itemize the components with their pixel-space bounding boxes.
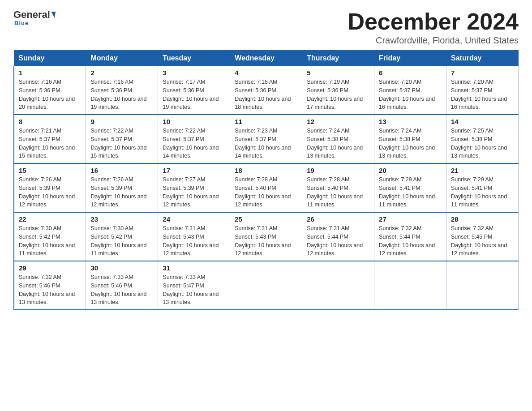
page-header: General Blue December 2024 Crawfordville… [13,9,519,46]
day-number: 18 [235,167,297,174]
calendar-cell: 5Sunrise: 7:19 AMSunset: 5:36 PMDaylight… [302,66,374,115]
day-info: Sunrise: 7:18 AMSunset: 5:36 PMDaylight:… [235,78,297,111]
day-info: Sunrise: 7:29 AMSunset: 5:41 PMDaylight:… [379,176,442,209]
calendar-cell: 2Sunrise: 7:16 AMSunset: 5:36 PMDaylight… [86,66,158,115]
calendar-week-row: 1Sunrise: 7:16 AMSunset: 5:36 PMDaylight… [14,66,519,115]
day-info: Sunrise: 7:19 AMSunset: 5:36 PMDaylight:… [307,78,369,111]
day-number: 31 [163,264,225,272]
calendar-cell: 21Sunrise: 7:29 AMSunset: 5:41 PMDayligh… [446,163,519,212]
day-info: Sunrise: 7:28 AMSunset: 5:40 PMDaylight:… [307,176,369,209]
day-info: Sunrise: 7:26 AMSunset: 5:39 PMDaylight:… [19,176,81,209]
day-number: 13 [379,118,442,125]
calendar-cell [302,261,374,310]
weekday-header-sunday: Sunday [14,51,86,66]
day-info: Sunrise: 7:25 AMSunset: 5:38 PMDaylight:… [451,127,514,160]
day-number: 24 [163,215,225,223]
day-number: 21 [451,167,514,174]
weekday-header-monday: Monday [86,51,158,66]
calendar-cell: 1Sunrise: 7:16 AMSunset: 5:36 PMDaylight… [14,66,86,115]
day-number: 27 [379,215,442,223]
calendar-cell: 23Sunrise: 7:30 AMSunset: 5:42 PMDayligh… [86,212,158,261]
calendar-cell: 22Sunrise: 7:30 AMSunset: 5:42 PMDayligh… [14,212,86,261]
day-info: Sunrise: 7:32 AMSunset: 5:44 PMDaylight:… [379,224,442,258]
calendar-week-row: 15Sunrise: 7:26 AMSunset: 5:39 PMDayligh… [14,163,519,212]
calendar-cell: 7Sunrise: 7:20 AMSunset: 5:37 PMDaylight… [446,66,519,115]
calendar-cell: 26Sunrise: 7:31 AMSunset: 5:44 PMDayligh… [302,212,374,261]
day-info: Sunrise: 7:32 AMSunset: 5:46 PMDaylight:… [19,273,81,307]
day-info: Sunrise: 7:20 AMSunset: 5:37 PMDaylight:… [451,78,514,111]
day-info: Sunrise: 7:30 AMSunset: 5:42 PMDaylight:… [90,224,153,258]
day-info: Sunrise: 7:33 AMSunset: 5:46 PMDaylight:… [90,273,153,307]
calendar-cell: 29Sunrise: 7:32 AMSunset: 5:46 PMDayligh… [14,261,86,310]
weekday-header-tuesday: Tuesday [158,51,230,66]
day-info: Sunrise: 7:31 AMSunset: 5:43 PMDaylight:… [235,224,297,258]
logo-arrow-icon [50,12,56,18]
calendar-cell: 12Sunrise: 7:24 AMSunset: 5:38 PMDayligh… [302,115,374,163]
calendar-cell: 11Sunrise: 7:23 AMSunset: 5:37 PMDayligh… [230,115,302,163]
calendar-cell: 24Sunrise: 7:31 AMSunset: 5:43 PMDayligh… [158,212,230,261]
day-info: Sunrise: 7:23 AMSunset: 5:37 PMDaylight:… [235,127,297,160]
day-number: 5 [307,69,369,77]
day-info: Sunrise: 7:17 AMSunset: 5:36 PMDaylight:… [163,78,225,111]
calendar-cell: 3Sunrise: 7:17 AMSunset: 5:36 PMDaylight… [158,66,230,115]
logo-blue-text: Blue [14,20,29,26]
calendar-week-row: 8Sunrise: 7:21 AMSunset: 5:37 PMDaylight… [14,115,519,163]
title-block: December 2024 Crawfordville, Florida, Un… [348,9,519,46]
day-info: Sunrise: 7:24 AMSunset: 5:38 PMDaylight:… [307,127,369,160]
day-number: 1 [19,69,81,77]
day-info: Sunrise: 7:16 AMSunset: 5:36 PMDaylight:… [19,78,81,111]
day-number: 4 [235,69,297,77]
calendar-table: SundayMondayTuesdayWednesdayThursdayFrid… [13,50,519,310]
calendar-cell: 18Sunrise: 7:28 AMSunset: 5:40 PMDayligh… [230,163,302,212]
calendar-cell [446,261,519,310]
day-number: 25 [235,215,297,223]
location-text: Crawfordville, Florida, United States [348,35,519,46]
logo-general-text: General [13,9,50,21]
day-info: Sunrise: 7:29 AMSunset: 5:41 PMDaylight:… [451,176,514,209]
day-number: 26 [307,215,369,223]
day-number: 3 [163,69,225,77]
calendar-cell: 10Sunrise: 7:22 AMSunset: 5:37 PMDayligh… [158,115,230,163]
day-info: Sunrise: 7:24 AMSunset: 5:38 PMDaylight:… [379,127,442,160]
calendar-cell [374,261,446,310]
day-number: 10 [163,118,225,125]
day-number: 15 [19,167,81,174]
calendar-cell: 13Sunrise: 7:24 AMSunset: 5:38 PMDayligh… [374,115,446,163]
day-number: 20 [379,167,442,174]
calendar-cell: 16Sunrise: 7:26 AMSunset: 5:39 PMDayligh… [86,163,158,212]
calendar-cell: 30Sunrise: 7:33 AMSunset: 5:46 PMDayligh… [86,261,158,310]
day-info: Sunrise: 7:26 AMSunset: 5:39 PMDaylight:… [90,176,153,209]
calendar-cell: 6Sunrise: 7:20 AMSunset: 5:37 PMDaylight… [374,66,446,115]
calendar-cell: 27Sunrise: 7:32 AMSunset: 5:44 PMDayligh… [374,212,446,261]
day-info: Sunrise: 7:21 AMSunset: 5:37 PMDaylight:… [19,127,81,160]
day-number: 7 [451,69,514,77]
day-info: Sunrise: 7:33 AMSunset: 5:47 PMDaylight:… [163,273,225,307]
weekday-header-friday: Friday [374,51,446,66]
day-number: 16 [90,167,153,174]
day-number: 8 [19,118,81,125]
day-info: Sunrise: 7:27 AMSunset: 5:39 PMDaylight:… [163,176,225,209]
day-info: Sunrise: 7:22 AMSunset: 5:37 PMDaylight:… [163,127,225,160]
day-info: Sunrise: 7:30 AMSunset: 5:42 PMDaylight:… [19,224,81,258]
calendar-cell: 15Sunrise: 7:26 AMSunset: 5:39 PMDayligh… [14,163,86,212]
month-year-title: December 2024 [348,9,519,34]
calendar-cell: 8Sunrise: 7:21 AMSunset: 5:37 PMDaylight… [14,115,86,163]
day-info: Sunrise: 7:16 AMSunset: 5:36 PMDaylight:… [90,78,153,111]
calendar-cell: 31Sunrise: 7:33 AMSunset: 5:47 PMDayligh… [158,261,230,310]
calendar-cell: 9Sunrise: 7:22 AMSunset: 5:37 PMDaylight… [86,115,158,163]
day-info: Sunrise: 7:32 AMSunset: 5:45 PMDaylight:… [451,224,514,258]
day-info: Sunrise: 7:20 AMSunset: 5:37 PMDaylight:… [379,78,442,111]
calendar-cell: 20Sunrise: 7:29 AMSunset: 5:41 PMDayligh… [374,163,446,212]
day-info: Sunrise: 7:31 AMSunset: 5:43 PMDaylight:… [163,224,225,258]
logo: General Blue [13,9,56,26]
day-number: 23 [90,215,153,223]
day-number: 17 [163,167,225,174]
calendar-cell: 28Sunrise: 7:32 AMSunset: 5:45 PMDayligh… [446,212,519,261]
day-info: Sunrise: 7:31 AMSunset: 5:44 PMDaylight:… [307,224,369,258]
weekday-header-row: SundayMondayTuesdayWednesdayThursdayFrid… [14,51,519,66]
day-number: 2 [90,69,153,77]
day-number: 6 [379,69,442,77]
weekday-header-wednesday: Wednesday [230,51,302,66]
weekday-header-saturday: Saturday [446,51,519,66]
calendar-week-row: 22Sunrise: 7:30 AMSunset: 5:42 PMDayligh… [14,212,519,261]
